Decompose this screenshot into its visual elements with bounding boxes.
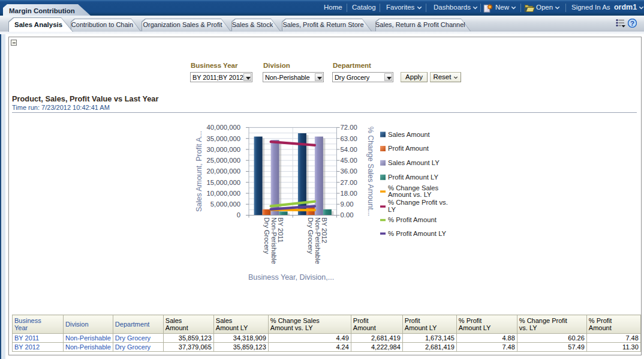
svg-text:Sales Amount: Sales Amount	[388, 131, 431, 138]
svg-text:63.00: 63.00	[341, 135, 357, 142]
svg-text:0: 0	[237, 211, 240, 219]
svg-text:LY: LY	[388, 206, 396, 213]
svg-text:BY 2011Non-PerishableDry Groce: BY 2011Non-PerishableDry Grocery	[263, 217, 284, 264]
svg-text:36.00: 36.00	[341, 167, 357, 175]
svg-text:% Change Sales: % Change Sales	[388, 184, 439, 192]
svg-text:% Profit Amount LY: % Profit Amount LY	[388, 230, 447, 237]
svg-text:% Profit Amount: % Profit Amount	[388, 216, 437, 223]
svg-text:27.00: 27.00	[341, 179, 357, 186]
svg-text:% Change Profit vs.: % Change Profit vs.	[388, 199, 448, 206]
svg-text:?: ?	[630, 20, 634, 27]
svg-text:Profit Amount: Profit Amount	[388, 145, 429, 152]
svg-text:20,000,000: 20,000,000	[206, 167, 240, 175]
svg-text:25,000,000: 25,000,000	[206, 157, 240, 164]
svg-text:5,000,000: 5,000,000	[210, 201, 240, 208]
svg-text:Profit Amount LY: Profit Amount LY	[388, 173, 438, 181]
svg-text:72.00: 72.00	[341, 124, 357, 131]
svg-text:Sales Amount, Profit A...: Sales Amount, Profit A...	[195, 131, 203, 212]
svg-text:Amount vs. LY: Amount vs. LY	[388, 191, 432, 198]
svg-text:40,000,000: 40,000,000	[206, 124, 240, 131]
svg-text:45.00: 45.00	[341, 157, 357, 164]
svg-text:30,000,000: 30,000,000	[206, 146, 240, 153]
svg-text:9.00: 9.00	[341, 201, 354, 208]
svg-text:15,000,000: 15,000,000	[206, 179, 240, 186]
svg-text:% Change Sales Amount...: % Change Sales Amount...	[366, 127, 375, 216]
svg-text:BY 2012Non-PerishableDry Groce: BY 2012Non-PerishableDry Grocery	[307, 217, 328, 264]
svg-text:Business Year, Division,...: Business Year, Division,...	[248, 273, 334, 282]
svg-text:18.00: 18.00	[341, 190, 357, 197]
svg-text:Sales Amount LY: Sales Amount LY	[388, 159, 440, 166]
svg-text:10,000,000: 10,000,000	[206, 190, 240, 197]
svg-text:0.00: 0.00	[341, 211, 354, 219]
svg-text:35,000,000: 35,000,000	[206, 135, 240, 142]
svg-text:54.00: 54.00	[341, 146, 357, 153]
